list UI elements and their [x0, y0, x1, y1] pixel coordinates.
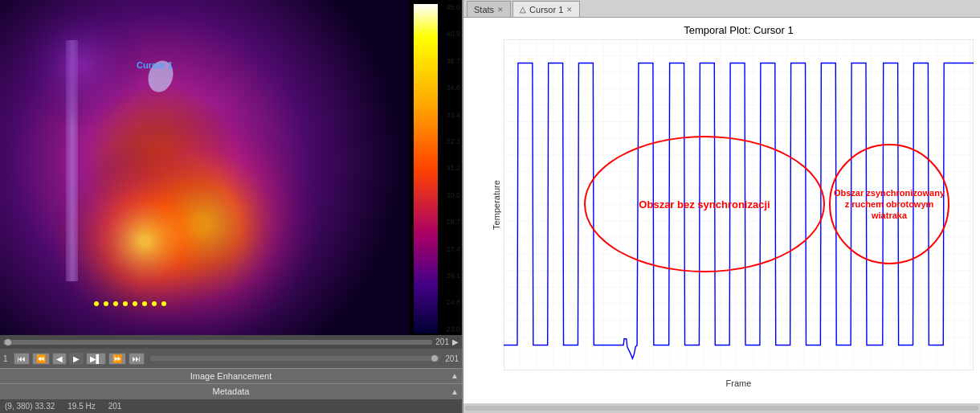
colorbar-scale — [414, 4, 438, 333]
svg-rect-4 — [504, 39, 974, 370]
frame-status: 201 — [108, 402, 122, 411]
colorbar: 45.040.936.734.633.432.331.230.028.727.4… — [410, 0, 462, 335]
chart-title: Temporal Plot: Cursor 1 — [504, 24, 974, 36]
fwd-end-button[interactable]: ⏭ — [129, 353, 145, 365]
right-panel: Stats ✕ △ Cursor 1 ✕ Temporal Plot: Curs… — [462, 0, 980, 413]
chart-area: Temporal Plot: Cursor 1 Temperature Fram… — [463, 18, 980, 403]
step-back-button[interactable]: ◀ — [52, 353, 67, 365]
timeline-icon: ▶ — [452, 337, 459, 346]
timeline-frame-end: 201 — [435, 337, 449, 346]
tab-stats-label: Stats — [474, 5, 494, 14]
timeline-bar: 201 ▶ — [0, 335, 462, 349]
thermal-canvas — [0, 0, 410, 335]
expand-icon[interactable]: ▲ — [451, 371, 459, 380]
image-enhancement-label: Image Enhancement — [190, 371, 272, 381]
step-fwd-button[interactable]: ▶▌ — [86, 353, 106, 365]
prev-button[interactable]: ⏪ — [32, 353, 50, 365]
tab-cursor1-label: Cursor 1 — [529, 5, 563, 14]
left-panel: Cursor 1 45.040.936.734.633.432.331.230.… — [0, 0, 462, 413]
coords-status: (9, 380) 33.32 — [5, 402, 55, 411]
chart-scrollbar[interactable] — [463, 403, 980, 413]
chart-svg: 52.9 51.4 49.8 48.3 46.9 45.4 43.8 42.3 … — [504, 39, 974, 370]
tab-cursor1[interactable]: △ Cursor 1 ✕ — [512, 1, 580, 17]
playback-thumb — [431, 355, 438, 362]
chart-scrollbar-inner — [465, 406, 978, 411]
timeline-slider[interactable] — [3, 340, 432, 345]
thermal-image: Cursor 1 45.040.936.734.633.432.331.230.… — [0, 0, 462, 335]
cursor-tab-icon: △ — [520, 5, 526, 14]
playback-slider[interactable] — [150, 356, 440, 361]
frame-indicator: 1 — [3, 354, 8, 363]
next-button[interactable]: ⏩ — [108, 353, 126, 365]
fps-status: 19.5 Hz — [67, 402, 95, 411]
timeline-thumb — [5, 339, 11, 346]
image-enhancement-bar[interactable]: Image Enhancement ▲ — [0, 368, 462, 383]
metadata-bar[interactable]: Metadata ▲ — [0, 383, 462, 399]
tab-stats[interactable]: Stats ✕ — [467, 1, 511, 17]
chart-container: Temperature Frame 52.9 51 — [504, 39, 974, 370]
status-bar: (9, 380) 33.32 19.5 Hz 201 — [0, 399, 462, 413]
play-button[interactable]: ▶ — [69, 353, 84, 365]
y-axis-label: Temperature — [492, 180, 501, 230]
playback-controls: 1 ⏮ ⏪ ◀ ▶ ▶▌ ⏩ ⏭ 201 — [0, 349, 462, 367]
playback-frame-end: 201 — [445, 354, 459, 363]
tab-cursor1-close[interactable]: ✕ — [566, 6, 573, 14]
expand-icon-2[interactable]: ▲ — [451, 387, 459, 396]
rewind-button[interactable]: ⏮ — [14, 353, 30, 365]
colorbar-labels: 45.040.936.734.633.432.331.230.028.727.4… — [446, 4, 460, 333]
tab-bar: Stats ✕ △ Cursor 1 ✕ — [463, 0, 980, 18]
tab-stats-close[interactable]: ✕ — [497, 6, 504, 14]
cursor-label: Cursor 1 — [137, 60, 173, 70]
x-axis-label: Frame — [726, 378, 752, 388]
metadata-label: Metadata — [213, 386, 250, 396]
